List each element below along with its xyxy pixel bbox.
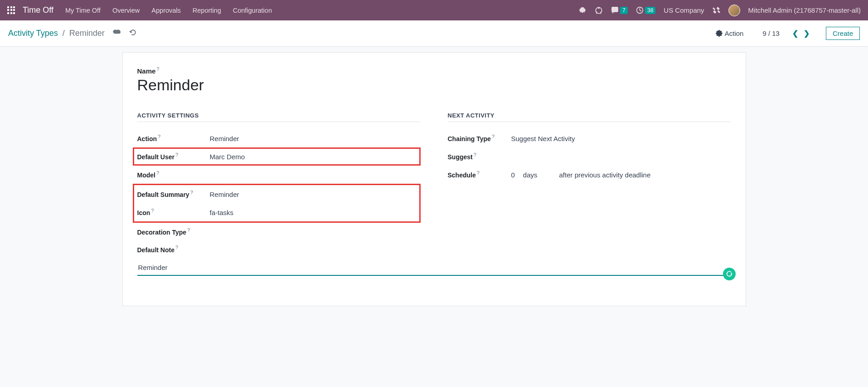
breadcrumb-current: Reminder xyxy=(69,29,105,38)
breadcrumb: Activity Types / Reminder xyxy=(8,29,137,39)
row-icon: Icon? fa-tasks xyxy=(137,203,419,221)
schedule-count[interactable]: 0 xyxy=(511,171,515,179)
highlight-summary-icon: Default Summary? Reminder Icon? fa-tasks xyxy=(133,184,421,223)
bug-icon[interactable] xyxy=(579,7,587,14)
create-button[interactable]: Create xyxy=(826,27,860,40)
control-panel: Activity Types / Reminder Action 9 / 13 … xyxy=(0,20,868,47)
row-decoration: Decoration Type? xyxy=(137,223,421,241)
section-activity-settings: ACTIVITY SETTINGS xyxy=(137,112,421,122)
app-brand[interactable]: Time Off xyxy=(23,5,53,15)
row-action: Action? Reminder xyxy=(137,129,421,147)
help-icon[interactable]: ? xyxy=(156,66,159,72)
chaining-value[interactable]: Suggest Next Activity xyxy=(511,135,731,142)
user-menu[interactable]: Mitchell Admin (21768757-master-all) xyxy=(748,6,861,14)
action-dropdown[interactable]: Action xyxy=(716,29,744,37)
svg-point-1 xyxy=(598,7,599,8)
action-label: Action xyxy=(137,135,157,142)
nav-my-time-off[interactable]: My Time Off xyxy=(65,7,101,14)
action-label: Action xyxy=(725,29,744,37)
help-icon[interactable]: ? xyxy=(190,190,193,195)
schedule-unit[interactable]: days xyxy=(523,171,538,179)
right-column: NEXT ACTIVITY Chaining Type? Suggest Nex… xyxy=(448,112,731,262)
row-default-note: Default Note? xyxy=(137,244,421,262)
support-icon[interactable] xyxy=(595,6,603,15)
schedule-value: 0 days after previous activity deadline xyxy=(511,171,731,179)
nav-links: My Time Off Overview Approvals Reporting… xyxy=(65,7,272,14)
row-default-user: Default User? Marc Demo xyxy=(133,147,421,166)
help-icon[interactable]: ? xyxy=(474,152,476,157)
form-columns: ACTIVITY SETTINGS Action? Reminder Defau… xyxy=(137,112,731,262)
row-model: Model? xyxy=(137,166,421,184)
default-summary-label: Default Summary xyxy=(137,191,189,198)
name-value[interactable]: Reminder xyxy=(137,76,731,94)
help-icon[interactable]: ? xyxy=(158,134,160,139)
avatar[interactable] xyxy=(728,5,740,16)
control-panel-right: Action 9 / 13 ❮ ❯ Create xyxy=(716,27,860,40)
schedule-label: Schedule xyxy=(448,171,476,179)
icon-value[interactable]: fa-tasks xyxy=(210,209,419,216)
breadcrumb-separator: / xyxy=(63,29,65,38)
top-navbar: Time Off My Time Off Overview Approvals … xyxy=(0,0,868,20)
help-icon[interactable]: ? xyxy=(477,170,480,176)
tools-icon[interactable] xyxy=(713,6,720,14)
decoration-label: Decoration Type xyxy=(137,229,187,236)
navbar-right: 7 38 US Company Mitchell Admin (21768757… xyxy=(579,5,861,16)
model-label: Model xyxy=(137,171,155,179)
default-note-label: Default Note xyxy=(137,246,175,254)
gear-icon xyxy=(716,30,723,37)
company-switcher[interactable]: US Company xyxy=(664,6,704,14)
nav-approvals[interactable]: Approvals xyxy=(151,7,180,14)
apps-icon[interactable] xyxy=(7,6,15,15)
discard-icon[interactable] xyxy=(129,29,137,38)
schedule-desc[interactable]: after previous activity deadline xyxy=(559,171,651,179)
icon-label: Icon xyxy=(137,209,150,216)
pager-arrows: ❮ ❯ xyxy=(790,28,811,39)
help-icon[interactable]: ? xyxy=(492,134,495,139)
messages-badge: 7 xyxy=(620,7,628,14)
name-field-group: Name? Reminder xyxy=(137,66,731,94)
default-summary-value[interactable]: Reminder xyxy=(210,191,419,198)
help-icon[interactable]: ? xyxy=(151,208,154,213)
row-chaining: Chaining Type? Suggest Next Activity xyxy=(448,129,731,147)
section-next-activity: NEXT ACTIVITY xyxy=(448,112,731,122)
nav-reporting[interactable]: Reporting xyxy=(193,7,221,14)
pager-prev[interactable]: ❮ xyxy=(790,28,800,39)
row-default-summary: Default Summary? Reminder xyxy=(137,185,419,203)
default-user-label: Default User xyxy=(137,153,175,161)
help-icon[interactable]: ? xyxy=(156,170,159,176)
breadcrumb-parent[interactable]: Activity Types xyxy=(8,29,58,38)
row-schedule: Schedule? 0 days after previous activity… xyxy=(448,166,731,184)
left-column: ACTIVITY SETTINGS Action? Reminder Defau… xyxy=(137,112,421,262)
row-suggest: Suggest? xyxy=(448,147,731,166)
activities-icon[interactable]: 38 xyxy=(636,6,655,14)
default-user-value[interactable]: Marc Demo xyxy=(210,153,419,161)
suggest-label: Suggest xyxy=(448,153,473,161)
messages-icon[interactable]: 7 xyxy=(611,6,628,14)
help-icon[interactable]: ? xyxy=(187,227,190,233)
grammarly-icon[interactable] xyxy=(723,268,736,280)
form-sheet: Name? Reminder ACTIVITY SETTINGS Action?… xyxy=(122,52,746,306)
nav-configuration[interactable]: Configuration xyxy=(233,7,272,14)
pager-text[interactable]: 9 / 13 xyxy=(762,29,780,37)
navbar-left: Time Off My Time Off Overview Approvals … xyxy=(7,5,272,15)
pager-next[interactable]: ❯ xyxy=(802,28,811,39)
action-value[interactable]: Reminder xyxy=(210,135,421,142)
name-label: Name xyxy=(137,67,156,75)
chaining-label: Chaining Type xyxy=(448,135,491,142)
form-container: Name? Reminder ACTIVITY SETTINGS Action?… xyxy=(117,52,752,306)
help-icon[interactable]: ? xyxy=(175,152,178,157)
help-icon[interactable]: ? xyxy=(175,245,178,250)
activities-badge: 38 xyxy=(645,7,655,14)
default-note-value[interactable]: Reminder xyxy=(137,262,731,276)
cloud-save-icon[interactable] xyxy=(113,29,121,39)
nav-overview[interactable]: Overview xyxy=(112,7,140,14)
